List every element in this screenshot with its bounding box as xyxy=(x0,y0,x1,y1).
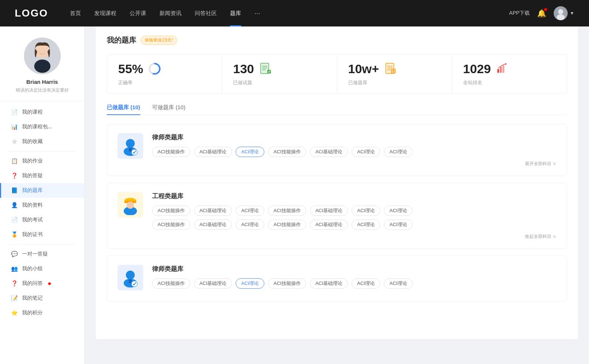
law2-tag-1[interactable]: ACI基础理论 xyxy=(194,278,232,289)
eng-tag-6[interactable]: ACI理论 xyxy=(384,206,413,216)
nav-avatar-wrapper[interactable]: ▼ xyxy=(554,6,574,20)
profile-name: Brian Harris xyxy=(27,79,58,85)
bank-card-engineer: 工程类题库 ACI技能操作 ACI基础理论 ACI理论 ACI技能操作 ACI基… xyxy=(107,183,567,249)
eng2-tag-4[interactable]: ACI基础理论 xyxy=(310,220,348,230)
law2-tag-4[interactable]: ACI基础理论 xyxy=(310,278,348,289)
sidebar-profile: Brian Harris 错误的决定比没有决定要好 xyxy=(0,26,84,101)
star-icon: ☆ xyxy=(11,138,18,145)
tag-1[interactable]: ACI基础理论 xyxy=(194,147,232,157)
nav-link-discover[interactable]: 发现课程 xyxy=(94,10,116,17)
sidebar: Brian Harris 错误的决定比没有决定要好 📄 我的课程 📊 我的课程包… xyxy=(0,26,85,364)
collapse-link-engineer[interactable]: 收起全部科目 ∧ xyxy=(152,233,556,240)
bank-card-lawyer-2: 律师类题库 ACI技能操作 ACI基础理论 ACI理论 ACI技能操作 ACI基… xyxy=(107,256,567,301)
sidebar-item-homework[interactable]: 📋 我的作业 xyxy=(0,154,84,168)
bank-content-lawyer-1: 律师类题库 ACI技能操作 ACI基础理论 ACI理论 ACI技能操作 ACI基… xyxy=(152,133,556,167)
bar-chart-icon: 📊 xyxy=(11,124,18,130)
svg-point-2 xyxy=(557,14,565,20)
bank-content-lawyer-2: 律师类题库 ACI技能操作 ACI基础理论 ACI理论 ACI技能操作 ACI基… xyxy=(152,265,556,292)
points-icon: ⭐ xyxy=(11,310,18,316)
sidebar-item-my-group[interactable]: 👥 我的小组 xyxy=(0,261,84,276)
svg-rect-26 xyxy=(502,65,504,73)
page-title: 我的题库 xyxy=(107,35,136,45)
svg-point-29 xyxy=(126,139,135,148)
eng2-tag-5[interactable]: ACI理论 xyxy=(352,220,380,230)
svg-point-37 xyxy=(126,271,135,279)
bank-name-lawyer-1: 律师类题库 xyxy=(152,133,556,142)
nav-more-icon[interactable]: ··· xyxy=(254,10,260,17)
sidebar-item-course-package[interactable]: 📊 我的课程包... xyxy=(0,119,84,134)
sidebar-item-my-points[interactable]: ⭐ 我的积分 xyxy=(0,306,84,320)
stat-label-correct-rate: 正确率 xyxy=(118,79,133,86)
nav-app-download[interactable]: APP下载 xyxy=(509,10,530,17)
tag-3[interactable]: ACI技能操作 xyxy=(268,147,306,157)
doc-orange-icon xyxy=(384,62,398,76)
sidebar-item-one-on-one[interactable]: 💬 一对一答疑 xyxy=(0,247,84,261)
top-nav: LOGO 首页 发现课程 公开课 新闻资讯 问答社区 题库 ··· APP下载 … xyxy=(0,0,589,26)
svg-point-1 xyxy=(558,9,563,14)
lawyer-icon xyxy=(117,133,143,159)
eng-tag-4[interactable]: ACI基础理论 xyxy=(310,206,348,216)
sidebar-item-my-exam[interactable]: 📄 我的考试 xyxy=(0,213,84,227)
tab-done-banks[interactable]: 已做题库 (10) xyxy=(107,104,140,115)
notes-icon: 📝 xyxy=(11,295,18,301)
sidebar-item-my-notes[interactable]: 📝 我的笔记 xyxy=(0,291,84,306)
stat-correct-rate: 55% 正确率 xyxy=(107,54,222,93)
trial-badge: 体验剩余23天! xyxy=(141,36,177,45)
nav-bell-button[interactable]: 🔔 xyxy=(537,9,546,18)
stat-top-4: 1029 xyxy=(463,62,509,76)
law2-tag-3[interactable]: ACI技能操作 xyxy=(268,278,306,289)
eng-tag-3[interactable]: ACI技能操作 xyxy=(268,206,306,216)
tag-0[interactable]: ACI技能操作 xyxy=(152,147,190,157)
eng-tag-0[interactable]: ACI技能操作 xyxy=(152,206,190,216)
eng2-tag-0[interactable]: ACI技能操作 xyxy=(152,220,190,230)
stat-done-banks: 10w+ xyxy=(337,54,452,93)
svg-rect-38 xyxy=(129,279,132,283)
law2-tag-5[interactable]: ACI理论 xyxy=(352,278,380,289)
nav-link-open[interactable]: 公开课 xyxy=(130,10,146,17)
stat-label-rank: 全站排名 xyxy=(463,79,482,86)
nav-link-news[interactable]: 新闻资讯 xyxy=(159,10,181,17)
sidebar-item-my-profile[interactable]: 👤 我的资料 xyxy=(0,198,84,213)
stats-row: 55% 正确率 130 xyxy=(107,54,567,94)
nav-link-home[interactable]: 首页 xyxy=(70,10,81,17)
eng2-tag-6[interactable]: ACI理论 xyxy=(384,220,413,230)
law2-tag-6[interactable]: ACI理论 xyxy=(384,278,413,289)
sidebar-item-my-questions[interactable]: ❓ 我的问答 xyxy=(0,276,84,291)
eng-tag-2[interactable]: ACI理论 xyxy=(236,206,264,216)
eng2-tag-1[interactable]: ACI基础理论 xyxy=(194,220,232,230)
file-icon: 📄 xyxy=(11,217,18,223)
pie-chart-icon xyxy=(148,62,162,76)
law2-tag-2-active[interactable]: ACI理论 xyxy=(236,278,264,289)
eng-tag-1[interactable]: ACI基础理论 xyxy=(194,206,232,216)
bank-content-engineer: 工程类题库 ACI技能操作 ACI基础理论 ACI理论 ACI技能操作 ACI基… xyxy=(152,192,556,240)
book-icon: 📘 xyxy=(11,187,18,194)
sidebar-item-certificate[interactable]: 🏅 我的证书 xyxy=(0,227,84,242)
bank-card-lawyer-1: 律师类题库 ACI技能操作 ACI基础理论 ACI理论 ACI技能操作 ACI基… xyxy=(107,124,567,176)
svg-point-5 xyxy=(34,60,50,73)
sidebar-item-my-bank[interactable]: 📘 我的题库 xyxy=(0,183,84,198)
law2-tag-0[interactable]: ACI技能操作 xyxy=(152,278,190,289)
eng-tag-5[interactable]: ACI理论 xyxy=(352,206,380,216)
sidebar-item-my-qa[interactable]: ❓ 我的答疑 xyxy=(0,168,84,183)
sidebar-item-my-courses[interactable]: 📄 我的课程 xyxy=(0,105,84,119)
notification-dot xyxy=(48,282,51,285)
tabs-row: 已做题库 (10) 可做题库 (10) xyxy=(107,104,567,115)
tag-6[interactable]: ACI理论 xyxy=(384,147,413,157)
nav-right: APP下载 🔔 ▼ xyxy=(509,6,574,20)
eng2-tag-3[interactable]: ACI技能操作 xyxy=(268,220,306,230)
svg-point-35 xyxy=(127,201,134,209)
expand-link-lawyer-1[interactable]: 展开全部科目 ∨ xyxy=(152,161,556,167)
chart-red-icon xyxy=(495,62,509,76)
tab-available-banks[interactable]: 可做题库 (10) xyxy=(152,104,186,115)
tag-4[interactable]: ACI基础理论 xyxy=(310,147,348,157)
tag-2-active[interactable]: ACI理论 xyxy=(236,147,264,157)
nav-link-qa[interactable]: 问答社区 xyxy=(195,10,217,17)
sidebar-item-favorites[interactable]: ☆ 我的收藏 xyxy=(0,134,84,149)
sidebar-divider-2 xyxy=(7,244,77,245)
tag-5[interactable]: ACI理论 xyxy=(352,147,380,157)
tags-row-engineer-1: ACI技能操作 ACI基础理论 ACI理论 ACI技能操作 ACI基础理论 AC… xyxy=(152,206,556,216)
stat-label-done-questions: 已做试题 xyxy=(233,79,252,86)
question-icon: ❓ xyxy=(11,172,18,179)
nav-link-bank[interactable]: 题库 xyxy=(230,10,241,17)
eng2-tag-2[interactable]: ACI理论 xyxy=(236,220,264,230)
